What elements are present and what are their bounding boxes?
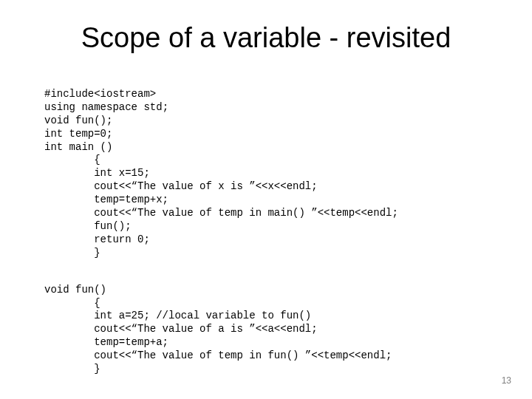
code-line: cout<<“The value of x is ”<<x<<endl; [44,180,318,192]
code-line: temp=temp+a; [44,336,168,348]
code-line: { [44,297,100,309]
code-line: void fun() [44,284,106,296]
slide-title: Scope of a variable - revisited [44,22,488,54]
code-line: #include<iostream> [44,88,156,100]
code-line: cout<<“The value of temp in main() ”<<te… [44,207,398,219]
code-line: { [44,154,100,166]
code-line: void fun(); [44,115,112,126]
code-block-fun: void fun() { int a=25; //local variable … [44,270,488,376]
code-line: int temp=0; [44,128,112,140]
code-line: using namespace std; [44,101,168,113]
code-line: int a=25; //local variable to fun() [44,310,311,321]
code-line: int x=15; [44,167,150,179]
code-line: temp=temp+x; [44,194,168,205]
code-line: } [44,247,100,259]
code-line: return 0; [44,233,150,245]
code-line: cout<<“The value of temp in fun() ”<<tem… [44,349,392,361]
page-number: 13 [502,375,511,386]
code-line: cout<<“The value of a is ”<<a<<endl; [44,323,318,335]
code-line: fun(); [44,220,132,232]
code-line: int main () [44,141,112,153]
code-block-main: #include<iostream> using namespace std; … [44,75,488,260]
slide: Scope of a variable - revisited #include… [0,0,532,399]
code-line: } [44,363,100,375]
